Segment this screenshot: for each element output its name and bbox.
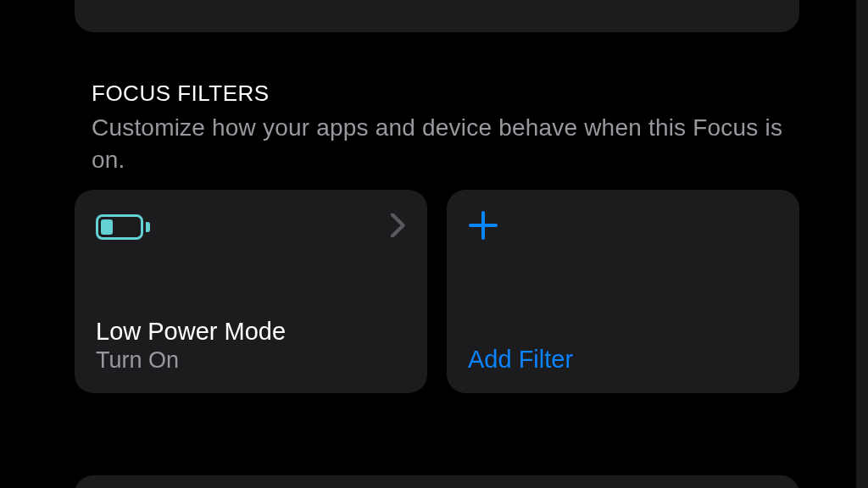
section-description: Customize how your apps and device behav… bbox=[92, 112, 799, 176]
filter-subtitle: Turn On bbox=[96, 347, 406, 374]
filter-title: Low Power Mode bbox=[96, 318, 406, 346]
section-title: FOCUS FILTERS bbox=[92, 80, 799, 107]
chevron-right-icon bbox=[391, 209, 406, 245]
low-power-mode-card[interactable]: Low Power Mode Turn On bbox=[75, 190, 427, 393]
card-footer: Low Power Mode Turn On bbox=[96, 318, 406, 374]
previous-card-edge bbox=[75, 0, 799, 32]
next-card-edge bbox=[75, 475, 799, 488]
add-filter-label: Add Filter bbox=[468, 346, 778, 374]
card-footer: Add Filter bbox=[468, 346, 778, 374]
filter-cards-row: Low Power Mode Turn On Add Filter bbox=[75, 190, 799, 393]
scrollbar[interactable] bbox=[856, 0, 868, 488]
card-header bbox=[96, 209, 406, 245]
battery-low-icon bbox=[96, 214, 148, 240]
plus-icon bbox=[468, 209, 498, 247]
focus-filters-section: FOCUS FILTERS Customize how your apps an… bbox=[92, 80, 799, 176]
add-filter-card[interactable]: Add Filter bbox=[447, 190, 799, 393]
card-header bbox=[468, 209, 778, 247]
